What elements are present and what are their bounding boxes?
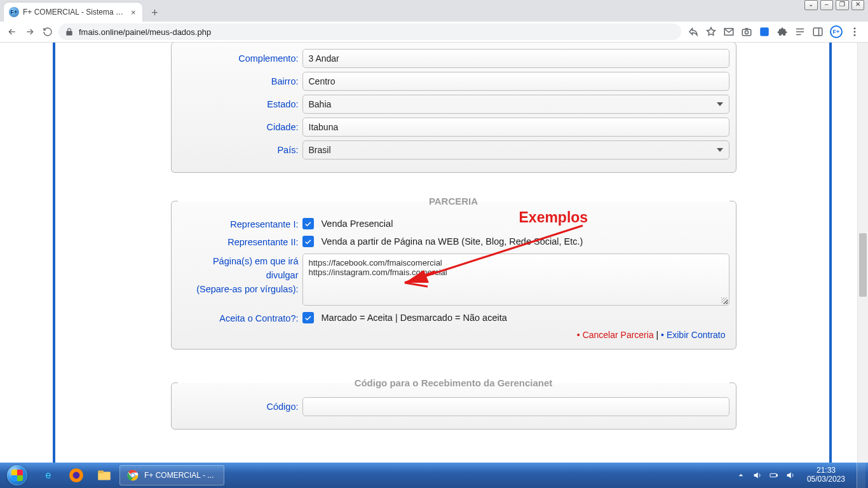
- side-panel-icon[interactable]: [812, 26, 824, 37]
- show-desktop-button[interactable]: [857, 463, 865, 488]
- svg-rect-19: [776, 475, 777, 477]
- checkbox-representante-2[interactable]: [302, 236, 314, 247]
- label-representante-1: Representante I:: [178, 218, 302, 229]
- taskbar-running-title: F+ COMERCIAL - ...: [144, 471, 214, 480]
- taskbar-running-chrome[interactable]: F+ COMERCIAL - ...: [119, 465, 224, 485]
- start-orb-icon: [7, 465, 27, 485]
- reading-list-icon[interactable]: [794, 26, 806, 37]
- textarea-resize-grip[interactable]: [721, 297, 728, 304]
- text-representante-1: Venda Presencial: [322, 219, 393, 229]
- window-minimize-button[interactable]: –: [820, 0, 834, 10]
- text-aceita-contrato: Marcado = Aceita | Desmarcado = Não acei…: [322, 313, 507, 323]
- input-cidade[interactable]: [302, 118, 729, 137]
- chrome-icon: [126, 469, 139, 482]
- address-panel: Complemento: Bairro: Estado: Bahia: [171, 43, 736, 173]
- new-tab-button[interactable]: +: [146, 4, 164, 22]
- input-bairro[interactable]: [302, 72, 729, 91]
- links-separator: |: [656, 330, 661, 340]
- address-bar[interactable]: fmais.online/painel/meus-dados.php: [58, 24, 681, 40]
- toolbar-right-icons: F+: [685, 25, 863, 38]
- label-pais: País:: [178, 145, 302, 155]
- taskbar: e F+ COMERCIAL - ... 21:33 05/03/2023: [0, 463, 868, 488]
- textarea-paginas[interactable]: https://facebook.com/fmaiscomercial http…: [302, 254, 729, 306]
- tab-title: F+ COMERCIAL - Sistema de Ven: [23, 8, 125, 17]
- label-cidade: Cidade:: [178, 122, 302, 132]
- tray-clock[interactable]: 21:33 05/03/2023: [802, 466, 850, 484]
- label-estado: Estado:: [178, 99, 302, 109]
- taskbar-app-ie[interactable]: e: [34, 463, 62, 488]
- svg-rect-18: [770, 473, 776, 477]
- row-representante-1: Representante I: Venda Presencial: [178, 218, 729, 229]
- link-cancelar-parceria[interactable]: Cancelar Parceria: [583, 330, 654, 340]
- label-complemento: Complemento:: [178, 53, 302, 64]
- vertical-scrollbar[interactable]: [857, 43, 868, 463]
- tab-strip: F+ F+ COMERCIAL - Sistema de Ven × +: [0, 0, 868, 22]
- gerencianet-legend: Código para o Recebimento da Gerencianet: [178, 377, 729, 388]
- window-close-button[interactable]: ✕: [851, 0, 865, 10]
- select-pais[interactable]: Brasil: [302, 140, 729, 159]
- checkbox-representante-1[interactable]: [302, 218, 314, 229]
- bullet-red: •: [577, 330, 580, 340]
- taskbar-app-firefox[interactable]: [62, 463, 90, 488]
- profile-avatar[interactable]: F+: [830, 25, 843, 38]
- forward-button[interactable]: [23, 25, 37, 39]
- tray-show-hidden-icon[interactable]: [736, 470, 746, 480]
- row-codigo: Código:: [178, 397, 729, 416]
- tab-favicon: F+: [9, 7, 19, 17]
- blue-extension-icon[interactable]: [759, 26, 770, 37]
- svg-point-17: [131, 473, 134, 477]
- page-viewport: Complemento: Bairro: Estado: Bahia: [0, 43, 868, 463]
- row-bairro: Bairro:: [178, 72, 729, 91]
- label-codigo: Código:: [178, 402, 302, 412]
- svg-point-4: [854, 27, 856, 29]
- browser-tab-active[interactable]: F+ F+ COMERCIAL - Sistema de Ven ×: [4, 3, 142, 22]
- page-right-accent: [829, 43, 832, 463]
- taskbar-app-explorer[interactable]: [90, 463, 118, 488]
- label-bairro: Bairro:: [178, 76, 302, 86]
- share-icon[interactable]: [688, 26, 699, 37]
- svg-point-6: [854, 34, 856, 36]
- bullet-blue: •: [661, 330, 664, 340]
- gerencianet-panel: Código para o Recebimento da Gerencianet…: [171, 377, 736, 430]
- svg-point-5: [854, 31, 856, 33]
- select-estado[interactable]: Bahia: [302, 95, 729, 114]
- extensions-puzzle-icon[interactable]: [776, 26, 788, 37]
- tray-date: 05/03/2023: [807, 475, 845, 484]
- row-complemento: Complemento:: [178, 49, 729, 68]
- camera-extension-icon[interactable]: [741, 26, 752, 37]
- link-exibir-contrato[interactable]: Exibir Contrato: [667, 330, 726, 340]
- scrollbar-thumb[interactable]: [859, 233, 867, 297]
- tab-close-icon[interactable]: ×: [131, 8, 136, 17]
- mail-extension-icon[interactable]: [723, 26, 735, 37]
- back-button[interactable]: [5, 25, 19, 39]
- row-representante-2: Representante II: Venda a partir de Pági…: [178, 236, 729, 247]
- tray-speaker2-icon[interactable]: [785, 470, 796, 480]
- svg-rect-14: [98, 470, 104, 473]
- window-maximize-button[interactable]: ❐: [836, 0, 849, 10]
- label-representante-2: Representante II:: [178, 236, 302, 247]
- svg-point-1: [745, 30, 748, 34]
- window-dropdown-button[interactable]: ⌄: [804, 0, 818, 10]
- svg-rect-2: [760, 27, 769, 36]
- browser-toolbar: fmais.online/painel/meus-dados.php F+: [0, 22, 868, 43]
- input-complemento[interactable]: [302, 49, 729, 68]
- start-button[interactable]: [0, 463, 34, 488]
- reload-button[interactable]: [41, 25, 55, 39]
- tray-speaker-icon[interactable]: [752, 470, 763, 480]
- text-representante-2: Venda a partir de Página na WEB (Site, B…: [322, 236, 583, 247]
- checkbox-aceita-contrato[interactable]: [302, 312, 314, 323]
- url-text: fmais.online/painel/meus-dados.php: [79, 27, 211, 37]
- bookmark-star-icon[interactable]: [705, 26, 717, 37]
- page: Complemento: Bairro: Estado: Bahia: [0, 43, 857, 463]
- content-column: Complemento: Bairro: Estado: Bahia: [55, 43, 829, 463]
- tray-battery-icon[interactable]: [769, 470, 779, 480]
- row-cidade: Cidade:: [178, 118, 729, 137]
- row-paginas: Página(s) em que irá divulgar (Separe-as…: [178, 254, 729, 306]
- tray-time: 21:33: [807, 466, 845, 475]
- window-controls: ⌄ – ❐ ✕: [804, 0, 868, 11]
- svg-point-12: [73, 472, 80, 479]
- browser-chrome: F+ F+ COMERCIAL - Sistema de Ven × + fma…: [0, 0, 868, 43]
- chrome-menu-icon[interactable]: [849, 26, 860, 37]
- svg-rect-3: [813, 28, 822, 36]
- input-codigo[interactable]: [302, 397, 729, 416]
